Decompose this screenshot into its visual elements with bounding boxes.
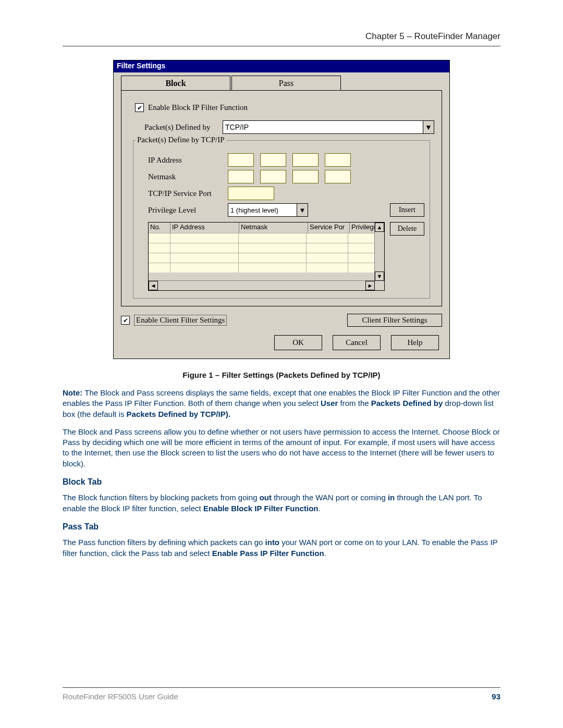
enable-client-label: Enable Client Filter Settings	[134, 315, 227, 326]
privilege-combo[interactable]: 1 (highest level) ▼	[228, 203, 308, 217]
service-port-input[interactable]	[228, 187, 274, 200]
pass-text: The Pass function filters by defining wh…	[63, 538, 265, 547]
packets-defined-combo[interactable]: TCP/IP ▼	[223, 120, 434, 134]
footer-doc-title: RouteFinder RF500S User Guide	[63, 692, 178, 701]
fieldset-legend: Packet(s) Define by TCP/IP	[136, 135, 226, 144]
tab-panel: ✔ Enable Block IP Filter Function Packet…	[121, 90, 442, 306]
scroll-left-icon[interactable]: ◄	[149, 281, 158, 290]
note-paragraph-2: The Block and Pass screens allow you to …	[63, 427, 500, 469]
col-service-port[interactable]: Service Por	[308, 223, 350, 233]
col-no[interactable]: No.	[149, 223, 170, 233]
netmask-octet-1[interactable]	[228, 170, 254, 183]
tab-block[interactable]: Block	[121, 76, 230, 90]
enable-client-checkbox[interactable]: ✔	[121, 316, 130, 325]
block-text: .	[318, 504, 320, 513]
tab-pass[interactable]: Pass	[231, 76, 341, 90]
enable-block-checkbox[interactable]: ✔	[135, 103, 144, 112]
page-header: Chapter 5 – RouteFinder Manager	[63, 31, 500, 46]
bold-out: out	[260, 493, 272, 502]
privilege-label: Privilege Level	[148, 206, 228, 215]
service-port-label: TCP/IP Service Port	[148, 189, 228, 198]
ok-button[interactable]: OK	[274, 335, 322, 350]
header-rule	[63, 46, 500, 46]
packets-defined-value: TCP/IP	[225, 123, 249, 131]
col-ip[interactable]: IP Address	[170, 223, 239, 233]
delete-button[interactable]: Delete	[390, 222, 424, 236]
cancel-button[interactable]: Cancel	[333, 335, 381, 350]
privilege-value: 1 (highest level)	[230, 206, 278, 214]
netmask-octet-3[interactable]	[292, 170, 319, 183]
netmask-label: Netmask	[148, 172, 228, 181]
bold-enable-pass: Enable Pass IP Filter Function	[212, 549, 324, 558]
block-tab-heading: Block Tab	[63, 476, 500, 488]
help-button[interactable]: Help	[391, 335, 439, 350]
ip-octet-2[interactable]	[260, 153, 286, 167]
netmask-octet-2[interactable]	[260, 170, 286, 183]
bold-pdbtcp: Packets Defined by TCP/IP).	[127, 410, 230, 418]
grid-body	[149, 233, 375, 281]
note-lead: Note:	[63, 388, 82, 397]
page-footer: RouteFinder RF500S User Guide 93	[63, 687, 500, 701]
insert-button[interactable]: Insert	[390, 203, 424, 217]
scroll-right-icon[interactable]: ►	[365, 281, 375, 290]
client-filter-settings-button[interactable]: Client Filter Settings	[347, 314, 442, 327]
dialog-titlebar: Filter Settings	[114, 60, 449, 72]
tabs-row: Block Pass	[114, 72, 449, 90]
note-text: from the	[338, 399, 371, 408]
col-netmask[interactable]: Netmask	[239, 223, 308, 233]
bold-enable-block: Enable Block IP Filter Function	[203, 504, 319, 513]
chevron-down-icon[interactable]: ▼	[423, 121, 434, 133]
pass-text: .	[324, 549, 326, 558]
filter-settings-dialog: Filter Settings Block Pass ✔ Enable Bloc…	[113, 60, 450, 359]
enable-block-label: Enable Block IP Filter Function	[148, 103, 248, 112]
block-text: The Block function filters by blocking p…	[63, 493, 260, 502]
filter-grid[interactable]: No. IP Address Netmask Service Por Privi…	[148, 222, 385, 291]
pass-tab-heading: Pass Tab	[63, 521, 500, 533]
body-text: Note: The Block and Pass screens display…	[63, 388, 500, 559]
bold-into: into	[265, 538, 280, 547]
bold-pdb: Packets Defined by	[371, 399, 443, 408]
bold-user: User	[321, 399, 338, 408]
horizontal-scrollbar[interactable]: ◄ ►	[149, 280, 375, 290]
ip-octet-4[interactable]	[325, 153, 351, 167]
netmask-octet-4[interactable]	[325, 170, 351, 183]
tcpip-fieldset: Packet(s) Define by TCP/IP IP Address Ne…	[133, 140, 430, 299]
chevron-down-icon[interactable]: ▼	[297, 204, 308, 216]
ip-octet-3[interactable]	[292, 153, 319, 167]
packets-defined-label: Packet(s) Defined by	[144, 123, 223, 132]
vertical-scrollbar[interactable]: ▲ ▼	[374, 223, 384, 281]
bold-in: in	[388, 493, 395, 502]
figure-caption: Figure 1 – Filter Settings (Packets Defi…	[63, 371, 500, 379]
ip-octet-1[interactable]	[228, 153, 254, 167]
scroll-up-icon[interactable]: ▲	[375, 223, 384, 232]
block-text: through the WAN port or coming	[272, 493, 388, 502]
ip-address-label: IP Address	[148, 156, 228, 165]
scroll-down-icon[interactable]: ▼	[375, 272, 384, 281]
page-number: 93	[492, 692, 500, 701]
